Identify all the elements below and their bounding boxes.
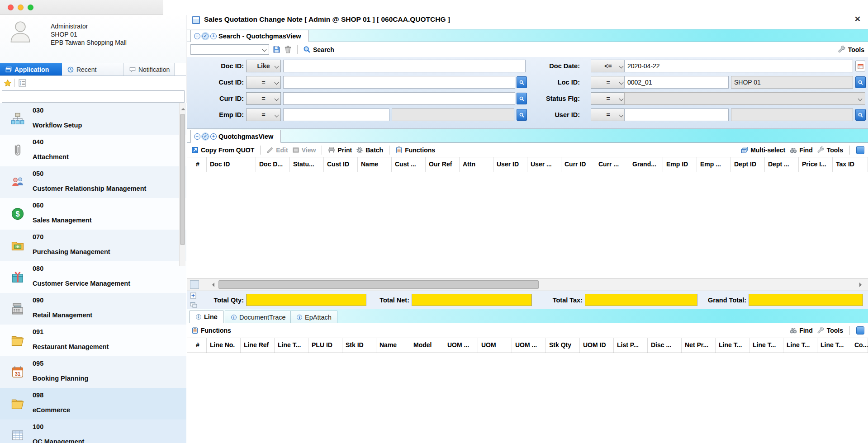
sidebar-filter-input[interactable] [2, 90, 185, 103]
close-icon[interactable]: ✕ [854, 14, 861, 24]
grid-tools-button[interactable]: Tools [817, 146, 843, 154]
user-id-input[interactable] [624, 108, 729, 121]
scroll-right-arrow-icon[interactable] [856, 280, 866, 289]
curr-id-input[interactable] [283, 92, 515, 105]
loc-id-operator-select[interactable]: = [591, 76, 626, 89]
sidebar-scrollbar-thumb[interactable] [180, 114, 185, 245]
save-search-button[interactable] [273, 46, 280, 53]
sidebar-item-sales-management[interactable]: $060Sales Management [0, 198, 186, 230]
grid-hscrollbar[interactable] [187, 278, 868, 291]
column-header[interactable]: Emp ... [697, 157, 731, 172]
sidebar-scrollbar[interactable] [179, 103, 185, 266]
column-header[interactable]: Curr ID [561, 157, 595, 172]
column-header[interactable]: # [187, 157, 207, 172]
pin-check-icon[interactable]: ✓ [202, 33, 209, 39]
column-header[interactable]: Dept ... [765, 157, 799, 172]
column-header[interactable]: Curr ... [595, 157, 629, 172]
sidebar-item-purchasing-management[interactable]: 070Purchasing Management [0, 230, 186, 261]
collapse-icon[interactable]: − [194, 133, 200, 140]
grid-settings-button[interactable] [856, 146, 864, 154]
column-header[interactable]: Attn [460, 157, 493, 172]
column-header[interactable]: PLU ID [308, 338, 342, 353]
collapse-icon[interactable]: − [194, 33, 200, 39]
detail-functions-button[interactable]: Functions [191, 327, 231, 334]
sidebar-item-attachment[interactable]: 040Attachment [0, 135, 186, 166]
detail-grid-body[interactable] [187, 353, 868, 427]
sidebar-item-qc-management[interactable]: 100QC Management [0, 419, 186, 443]
column-header[interactable]: Stk ID [342, 338, 376, 353]
column-header[interactable]: Cust ... [392, 157, 426, 172]
window-zoom-button[interactable] [28, 5, 33, 10]
loc-id-input[interactable] [624, 76, 729, 89]
window-minimize-button[interactable] [18, 5, 24, 10]
expand-icon[interactable]: + [210, 33, 217, 39]
expand-icon[interactable]: + [210, 133, 217, 140]
column-header[interactable]: List P... [614, 338, 648, 353]
search-tools-button[interactable]: Tools [838, 46, 864, 53]
column-header[interactable]: Doc ID [207, 157, 256, 172]
column-header[interactable]: Line T... [716, 338, 749, 353]
tab-documenttrace[interactable]: DocumentTrace [225, 311, 292, 323]
doc-date-input[interactable] [624, 60, 853, 72]
sidebar-item-restaurant-management[interactable]: 091Restaurant Management [0, 325, 186, 356]
detail-settings-button[interactable] [856, 326, 864, 335]
column-header[interactable]: Line No. [207, 338, 241, 353]
delete-search-button[interactable] [284, 46, 292, 53]
emp-id-input[interactable] [283, 108, 389, 121]
multi-select-button[interactable]: Multi-select [741, 146, 785, 154]
emp-id-operator-select[interactable]: = [246, 108, 281, 121]
plus-box-icon[interactable] [190, 292, 197, 301]
curr-id-operator-select[interactable]: = [246, 92, 281, 105]
loc-id-lookup-button[interactable] [855, 76, 866, 88]
doc-date-calendar-button[interactable] [855, 61, 865, 71]
column-header[interactable]: Statu... [290, 157, 324, 172]
cust-id-lookup-button[interactable] [517, 76, 527, 88]
status-flg-operator-select[interactable]: = [591, 92, 626, 105]
grid-body[interactable] [187, 172, 868, 278]
doc-id-input[interactable] [283, 60, 526, 72]
cust-id-operator-select[interactable]: = [246, 76, 281, 89]
user-id-operator-select[interactable]: = [591, 108, 626, 121]
doc-date-operator-select[interactable]: <= [591, 60, 626, 72]
sidebar-item-customer-service-management[interactable]: 080Customer Service Management [0, 261, 186, 293]
sidebar-item-ecommerce[interactable]: 098eCommerce [0, 388, 186, 419]
column-header[interactable]: Cust ID [324, 157, 358, 172]
batch-button[interactable]: Batch [356, 146, 383, 154]
tree-list-icon[interactable] [19, 79, 26, 86]
column-header[interactable]: Net Pr... [682, 338, 716, 353]
column-header[interactable]: UOM ... [444, 338, 478, 353]
column-header[interactable]: Emp ID [663, 157, 697, 172]
star-icon[interactable] [4, 79, 11, 86]
column-header[interactable]: UOM [478, 338, 512, 353]
sidebar-item-customer-relationship-management[interactable]: 050Customer Relationship Management [0, 166, 186, 198]
search-button[interactable]: Search [303, 46, 334, 53]
user-id-lookup-button[interactable] [855, 109, 866, 121]
tab-notification[interactable]: Notification [124, 63, 175, 75]
detail-tools-button[interactable]: Tools [817, 327, 843, 334]
scroll-up-arrow-icon[interactable] [181, 106, 185, 110]
column-header[interactable]: Model [410, 338, 444, 353]
column-header[interactable]: Stk Qty [546, 338, 580, 353]
hscrollbar-thumb[interactable] [218, 280, 539, 289]
window-close-button[interactable] [8, 5, 14, 10]
column-header[interactable]: Dept ID [731, 157, 765, 172]
column-header[interactable]: Price I... [799, 157, 833, 172]
column-header[interactable]: UOM ... [512, 338, 546, 353]
saved-search-combo[interactable] [190, 44, 269, 55]
column-header[interactable]: Disc ... [648, 338, 682, 353]
find-button[interactable]: Find [790, 146, 813, 154]
tab-line[interactable]: Line [190, 311, 223, 323]
column-header[interactable]: # [187, 338, 207, 353]
column-header[interactable]: Line T... [817, 338, 851, 353]
tab-application[interactable]: Application [0, 63, 62, 75]
detail-find-button[interactable]: Find [790, 327, 813, 334]
column-header[interactable]: Tax ID [833, 157, 868, 172]
print-button[interactable]: Print [328, 146, 352, 154]
column-header[interactable]: UOM ID [580, 338, 614, 353]
search-panel-tab[interactable]: − ✓ + Search - QuotchgmasView [190, 30, 309, 42]
curr-id-lookup-button[interactable] [517, 93, 527, 104]
sidebar-item-booking-planning[interactable]: 31095Booking Planning [0, 356, 186, 388]
copy-from-quot-button[interactable]: Copy From QUOT [191, 146, 254, 154]
column-header[interactable]: Name [376, 338, 410, 353]
column-header[interactable]: Line Ref [241, 338, 275, 353]
